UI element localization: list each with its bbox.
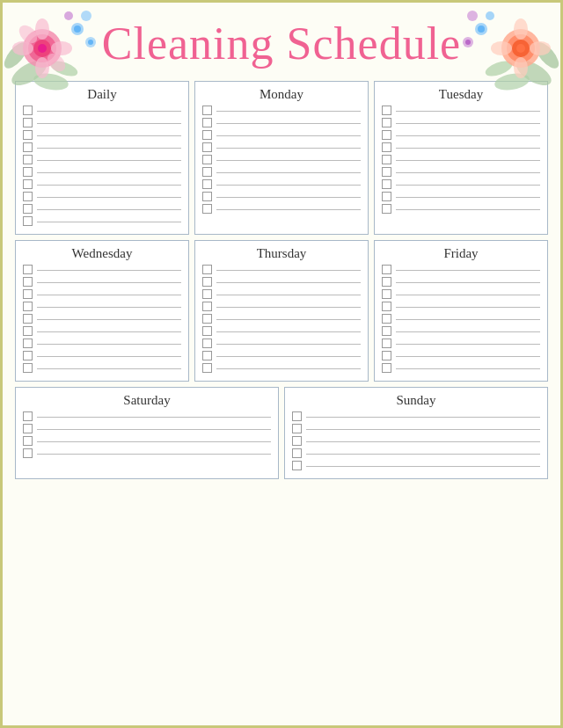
checkbox[interactable] bbox=[23, 192, 33, 201]
list-item bbox=[23, 326, 181, 336]
list-item bbox=[202, 326, 361, 336]
checkbox[interactable] bbox=[382, 289, 391, 299]
floral-top-right bbox=[446, 3, 560, 108]
checkbox[interactable] bbox=[23, 155, 33, 164]
line bbox=[306, 429, 540, 430]
checkbox[interactable] bbox=[382, 265, 391, 274]
line bbox=[37, 295, 181, 295]
line bbox=[396, 172, 540, 173]
line bbox=[306, 454, 540, 455]
checkbox[interactable] bbox=[202, 289, 212, 299]
checkbox[interactable] bbox=[382, 167, 391, 177]
checkbox[interactable] bbox=[23, 326, 33, 336]
sunday-title: Sunday bbox=[292, 393, 540, 408]
checkbox[interactable] bbox=[23, 167, 33, 177]
svg-point-9 bbox=[35, 57, 49, 78]
checkbox[interactable] bbox=[202, 142, 212, 152]
checkbox[interactable] bbox=[382, 106, 391, 115]
svg-point-33 bbox=[478, 25, 485, 33]
checkbox[interactable] bbox=[23, 302, 33, 311]
svg-point-10 bbox=[12, 41, 33, 55]
list-item bbox=[23, 265, 181, 274]
checkbox[interactable] bbox=[382, 314, 391, 324]
checkbox[interactable] bbox=[202, 118, 212, 127]
list-item bbox=[382, 142, 540, 152]
checkbox[interactable] bbox=[382, 351, 391, 360]
line bbox=[216, 135, 361, 136]
checkbox[interactable] bbox=[382, 142, 391, 152]
list-item bbox=[23, 216, 181, 226]
checkbox[interactable] bbox=[23, 314, 33, 324]
row-2: Wednesday Thursday bbox=[15, 240, 548, 382]
checkbox[interactable] bbox=[292, 424, 302, 433]
checkbox[interactable] bbox=[382, 326, 391, 336]
checkbox[interactable] bbox=[202, 265, 212, 274]
checkbox[interactable] bbox=[382, 179, 391, 189]
list-item bbox=[23, 363, 181, 373]
line bbox=[396, 319, 540, 320]
line bbox=[37, 111, 181, 112]
checkbox[interactable] bbox=[202, 155, 212, 164]
checkbox[interactable] bbox=[202, 314, 212, 324]
checkbox[interactable] bbox=[292, 411, 302, 421]
checkbox[interactable] bbox=[23, 436, 33, 446]
checkbox[interactable] bbox=[23, 448, 33, 458]
checkbox[interactable] bbox=[23, 142, 33, 152]
checkbox[interactable] bbox=[202, 302, 212, 311]
checkbox[interactable] bbox=[202, 192, 212, 201]
checkbox[interactable] bbox=[382, 302, 391, 311]
list-item bbox=[202, 142, 361, 152]
checkbox[interactable] bbox=[382, 204, 391, 214]
checkbox[interactable] bbox=[292, 461, 302, 470]
checkbox[interactable] bbox=[23, 277, 33, 287]
checkbox[interactable] bbox=[202, 363, 212, 373]
list-item bbox=[202, 106, 361, 115]
list-item bbox=[202, 155, 361, 164]
checkbox[interactable] bbox=[23, 265, 33, 274]
checkbox[interactable] bbox=[23, 363, 33, 373]
friday-box: Friday bbox=[374, 240, 548, 382]
checkbox[interactable] bbox=[23, 118, 33, 127]
checkbox[interactable] bbox=[382, 339, 391, 348]
checkbox[interactable] bbox=[382, 277, 391, 287]
checkbox[interactable] bbox=[202, 106, 212, 115]
checkbox[interactable] bbox=[23, 179, 33, 189]
checkbox[interactable] bbox=[382, 155, 391, 164]
checkbox[interactable] bbox=[292, 436, 302, 446]
checkbox[interactable] bbox=[23, 130, 33, 140]
line bbox=[37, 172, 181, 173]
list-item bbox=[382, 192, 540, 201]
list-item bbox=[382, 155, 540, 164]
list-item bbox=[382, 302, 540, 311]
checkbox[interactable] bbox=[202, 351, 212, 360]
checkbox[interactable] bbox=[202, 339, 212, 348]
list-item bbox=[23, 448, 271, 458]
list-item bbox=[382, 339, 540, 348]
checkbox[interactable] bbox=[202, 326, 212, 336]
checkbox[interactable] bbox=[23, 216, 33, 226]
checkbox[interactable] bbox=[382, 192, 391, 201]
checkbox[interactable] bbox=[23, 289, 33, 299]
checkbox[interactable] bbox=[23, 424, 33, 433]
checkbox[interactable] bbox=[202, 277, 212, 287]
line bbox=[396, 331, 540, 332]
checkbox[interactable] bbox=[382, 130, 391, 140]
checkbox[interactable] bbox=[382, 363, 391, 373]
checkbox[interactable] bbox=[382, 118, 391, 127]
wednesday-title: Wednesday bbox=[23, 246, 181, 261]
line bbox=[216, 356, 361, 357]
checkbox[interactable] bbox=[23, 411, 33, 421]
checkbox[interactable] bbox=[23, 351, 33, 360]
checkbox[interactable] bbox=[202, 179, 212, 189]
checkbox[interactable] bbox=[202, 130, 212, 140]
list-item bbox=[382, 130, 540, 140]
checkbox[interactable] bbox=[23, 204, 33, 214]
line bbox=[396, 197, 540, 198]
checkbox[interactable] bbox=[202, 204, 212, 214]
line bbox=[396, 135, 540, 136]
monday-title: Monday bbox=[202, 87, 361, 102]
monday-box: Monday bbox=[194, 81, 369, 235]
checkbox[interactable] bbox=[23, 339, 33, 348]
checkbox[interactable] bbox=[292, 448, 302, 458]
checkbox[interactable] bbox=[202, 167, 212, 177]
